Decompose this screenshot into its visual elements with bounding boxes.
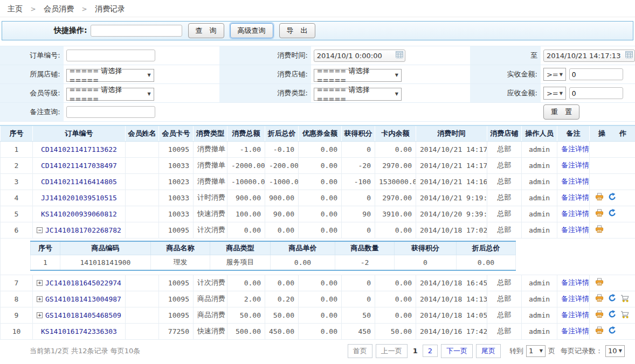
order-number-link[interactable]: JC1410181702268782 [45, 226, 121, 234]
remark-detail-link[interactable]: 备注详情 [561, 278, 589, 286]
remark-detail-link[interactable]: 备注详情 [561, 311, 589, 319]
chevron-down-icon: ▼ [147, 73, 150, 78]
actions-cell [590, 222, 635, 238]
print-icon[interactable] [595, 278, 604, 288]
next-page-button[interactable]: 下一页 [441, 344, 473, 358]
prev-page-button[interactable]: 上一页 [376, 344, 408, 358]
receivable-amount-input[interactable] [569, 87, 623, 99]
reset-button[interactable]: 重 置 [543, 104, 579, 120]
remark-detail-link[interactable]: 备注详情 [561, 161, 589, 169]
received-amount-input[interactable] [569, 68, 623, 80]
order-number-link[interactable]: GS1410181405468509 [45, 311, 121, 319]
print-icon[interactable] [595, 193, 604, 203]
per-page-select[interactable]: 10▼ [605, 345, 625, 357]
remark-detail-link[interactable]: 备注详情 [561, 145, 589, 153]
order-number-link[interactable]: KS1410161742336303 [41, 327, 117, 335]
page-2-button[interactable]: 2 [423, 345, 438, 357]
consume-time: 2014/10/20 9:39:16 [416, 206, 487, 222]
column-header-7: 折后总价 [265, 125, 299, 141]
member-name [126, 222, 159, 238]
remark-detail-link[interactable]: 备注详情 [561, 209, 589, 218]
pagination-summary: 当前第1/2页 共12条记录 每页10条 [30, 346, 140, 356]
goto-page-select[interactable]: 1▼ [526, 345, 546, 357]
row-index: 5 [1, 206, 33, 222]
quick-search-input[interactable] [91, 25, 182, 37]
expand-icon[interactable]: + [37, 296, 43, 302]
chevron-down-icon: ▼ [147, 92, 150, 96]
table-row: 8+GS141018141300498710095商品消费2.000.200.0… [1, 291, 635, 307]
received-operator-select[interactable]: >=▼ [543, 68, 566, 81]
receivable-operator-select[interactable]: >=▼ [543, 87, 566, 100]
table-row: 2CD141021141703849710033消费撤单-2000.00-200… [1, 157, 635, 173]
card-balance: 0.00 [375, 307, 416, 323]
refresh-icon[interactable] [608, 209, 616, 219]
pager: 首页 上一页 1 2 下一页 尾页 转到 1▼ 页 每页记录数： 10▼ [344, 344, 627, 358]
remark-detail-link[interactable]: 备注详情 [561, 327, 589, 335]
print-icon[interactable] [595, 209, 604, 219]
order-cell: JJ1410201039510515 [33, 190, 126, 206]
order-number-link[interactable]: CD1410211417038497 [41, 162, 117, 170]
cart-icon[interactable] [620, 310, 630, 320]
remark-detail-link[interactable]: 备注详情 [561, 226, 589, 234]
remark-query-input[interactable] [66, 106, 155, 118]
print-icon[interactable] [595, 294, 604, 304]
advanced-query-button[interactable]: 高级查询 [230, 23, 273, 38]
consume-store: 总部 [487, 157, 522, 173]
consume-type: 消费撤单 [194, 141, 227, 157]
product-row: 1141018141900理发服务项目0.00-200.00 [31, 255, 516, 270]
calendar-icon[interactable] [396, 51, 403, 60]
order-number-link[interactable]: KS1410200939060812 [41, 210, 117, 218]
order-number-link[interactable]: CD1410211417113622 [41, 145, 117, 153]
discounted-price: -200.00 [265, 157, 299, 173]
expand-icon[interactable]: + [37, 312, 43, 318]
goto-suffix-label: 页 [548, 346, 555, 356]
remark-detail-link[interactable]: 备注详情 [561, 177, 589, 185]
card-number: 10095 [159, 291, 194, 307]
time-from-input[interactable]: 2014/10/1 0:00:00 [314, 50, 405, 62]
consume-store-select[interactable]: ===== 请选择 =====▼ [314, 69, 402, 82]
last-page-button[interactable]: 尾页 [476, 344, 501, 358]
refresh-icon[interactable] [608, 294, 616, 304]
order-cell: CD1410211416414805 [33, 173, 126, 190]
remark-detail-link[interactable]: 备注详情 [561, 193, 589, 201]
column-header-1: 序号 [1, 125, 33, 141]
collapse-icon[interactable]: − [37, 227, 43, 233]
order-number-link[interactable]: CD1410211416414805 [41, 178, 117, 186]
consume-store: 总部 [487, 323, 522, 339]
chevron-down-icon: ▼ [560, 91, 563, 96]
expand-icon[interactable]: + [37, 280, 43, 286]
refresh-icon[interactable] [608, 310, 616, 320]
total-amount: 900.00 [227, 190, 265, 206]
time-to-input[interactable]: 2014/10/21 14:17:13 [543, 50, 635, 62]
member-level-select[interactable]: ===== 请选择 =====▼ [66, 88, 154, 101]
order-cell: CD1410211417113622 [33, 141, 126, 157]
query-button[interactable]: 查 询 [188, 23, 224, 38]
coupon-amount: 0.00 [299, 222, 342, 238]
discounted-price: 0.20 [265, 291, 299, 307]
first-page-button[interactable]: 首页 [348, 344, 372, 358]
row-index: 3 [1, 173, 33, 190]
product-subrow: 序号商品编码商品名称商品类型商品单价商品数量获得积分折后总价1141018141… [1, 238, 635, 275]
remark-detail-link[interactable]: 备注详情 [561, 295, 589, 303]
cart-icon[interactable] [620, 294, 630, 304]
order-number-link[interactable]: GS1410181413004987 [45, 295, 121, 303]
row-index: 1 [1, 141, 33, 157]
print-icon[interactable] [595, 225, 604, 235]
order-number-link[interactable]: JC1410181645022974 [45, 279, 121, 287]
consume-store-value: ===== 请选择 ===== [317, 66, 395, 84]
calendar-icon[interactable] [625, 51, 633, 60]
breadcrumb-home[interactable]: 主页 [8, 4, 23, 13]
export-button[interactable]: 导 出 [279, 23, 315, 38]
order-no-input[interactable] [66, 50, 155, 61]
consume-type-select[interactable]: ===== 请选择 =====▼ [314, 88, 402, 101]
sub-column-header-5: 商品单价 [271, 241, 335, 255]
consume-time: 2014/10/21 14:17:03 [416, 157, 487, 173]
refresh-icon[interactable] [608, 326, 616, 336]
refresh-icon[interactable] [608, 193, 616, 202]
order-number-link[interactable]: JJ1410201039510515 [41, 194, 117, 202]
consume-time: 2014/10/16 17:42:48 [416, 323, 487, 339]
print-icon[interactable] [595, 326, 604, 337]
own-store-select[interactable]: ===== 请选择 =====▼ [66, 69, 154, 82]
print-icon[interactable] [595, 310, 604, 320]
breadcrumb-member-consume[interactable]: 会员消费 [44, 4, 74, 13]
